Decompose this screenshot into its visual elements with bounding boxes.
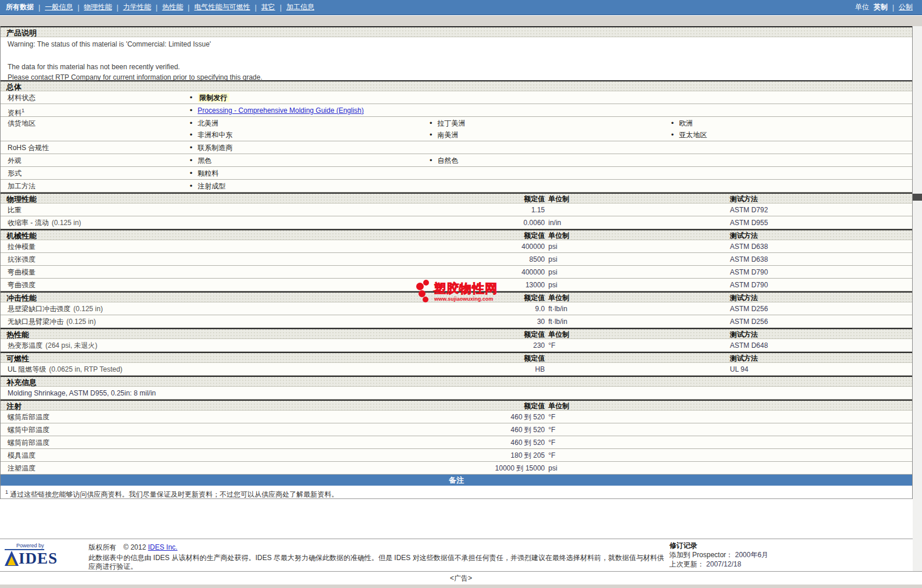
datasheet-table: 产品说明 Warning: The status of this materia… (0, 26, 913, 499)
bullet-item: Processing - Comprehensive Molding Guide… (190, 104, 364, 117)
bullet-item: 颗粒料 (190, 167, 219, 180)
test-method: UL 94 (730, 363, 749, 376)
property-unit: psi (548, 279, 557, 291)
test-method: ASTM D256 (730, 302, 768, 315)
table-row: 弯曲模量 400000 psi ASTM D790 (1, 266, 912, 279)
table-row-resources: 资料1 Processing - Comprehensive Molding G… (1, 104, 912, 117)
revision-record: 修订记录 添加到 Prospector： 2000年6月 上次更新： 2007/… (669, 541, 768, 569)
test-method: ASTM D638 (730, 253, 768, 266)
section-header-mechanical: 机械性能 额定值 单位制 测试方法 (1, 229, 912, 240)
property-label: 比重 (1, 206, 22, 214)
bullet-item: 注射成型 (190, 180, 226, 193)
bottom-strip (0, 585, 922, 588)
bullet-item: 限制发行 (190, 91, 229, 104)
property-label: 螺筒中部温度 (1, 426, 49, 434)
bullet-item: 黑色 (190, 154, 212, 167)
nav-general-info[interactable]: 一般信息 (45, 2, 73, 12)
nav-separator: | (280, 3, 282, 12)
table-row: 抗张强度 8500 psi ASTM D638 (1, 253, 912, 266)
product-warning-block: Warning: The status of this material is … (1, 37, 912, 80)
table-row: 螺筒中部温度 460 到 520 °F (1, 423, 912, 436)
region-item: 北美洲 (190, 117, 219, 130)
table-row-forms: 形式 颗粒料 (1, 167, 912, 180)
top-navbar: 所有数据 | 一般信息 | 物理性能 | 力学性能 | 热性能 | 电气性能与可… (0, 0, 922, 15)
copyright-line: 版权所有 © 2012 IDES Inc. (88, 543, 178, 553)
table-row-material-status: 材料状态 限制发行 (1, 91, 912, 104)
nav-separator: | (38, 3, 40, 12)
nav-separator: | (116, 3, 118, 12)
footer: Powered by IDES 版权所有 © 2012 IDES Inc. 此数… (0, 539, 913, 571)
region-item: 南美洲 (430, 129, 459, 141)
nav-physical[interactable]: 物理性能 (84, 2, 112, 12)
ides-triangle-icon (5, 551, 19, 566)
footnote-marker: 1 (22, 108, 24, 113)
disclaimer-text: 此数据表中的信息由 IDES 从该材料的生产商处获得。IDES 尽最大努力确保此… (88, 554, 671, 571)
property-value: 230 (402, 339, 545, 352)
property-value: 9.0 (402, 302, 545, 315)
property-unit: ft·lb/in (548, 302, 568, 315)
property-label: 无缺口悬臂梁冲击(0.125 in) (1, 318, 96, 326)
test-method: ASTM D648 (730, 339, 768, 352)
revision-title: 修订记录 (669, 541, 768, 550)
ides-inc-link[interactable]: IDES Inc. (148, 543, 178, 551)
table-row-availability: 供货地区 北美洲 拉丁美洲 欧洲 非洲和中东 南美洲 亚太地区 (1, 117, 912, 141)
property-unit: °F (548, 411, 555, 423)
property-unit: psi (548, 240, 557, 253)
property-value: 460 到 520 (402, 436, 545, 449)
molding-guide-link[interactable]: Processing - Comprehensive Molding Guide… (198, 106, 364, 115)
table-row-rohs: RoHS 合规性 联系制造商 (1, 141, 912, 154)
property-value: 8500 (402, 253, 545, 266)
table-row: 模具温度 180 到 205 °F (1, 449, 912, 462)
section-title: 机械性能 (6, 231, 37, 240)
property-condition: (0.0625 in, RTP Tested) (49, 365, 122, 373)
nav-all-data[interactable]: 所有数据 (6, 2, 34, 12)
property-value: 1.15 (402, 204, 545, 216)
nav-other[interactable]: 其它 (261, 2, 275, 12)
table-row: 弯曲强度 13000 psi ASTM D790 (1, 279, 912, 291)
property-value: HB (402, 363, 545, 376)
property-value: 400000 (402, 266, 545, 279)
table-row: 螺筒后部温度 460 到 520 °F (1, 411, 912, 423)
property-unit: °F (548, 339, 555, 352)
section-title: 可燃性 (6, 354, 29, 363)
property-condition: (0.125 in) (52, 219, 81, 227)
property-label: 抗张强度 (1, 255, 36, 263)
section-title: 产品说明 (6, 28, 37, 37)
section-header-physical: 物理性能 额定值 单位制 测试方法 (1, 193, 912, 204)
section-title: 物理性能 (6, 195, 37, 204)
table-row: 拉伸模量 400000 psi ASTM D638 (1, 240, 912, 253)
vertical-scrollbar[interactable] (913, 26, 922, 571)
property-value: 180 到 205 (402, 449, 545, 462)
property-condition: (0.125 in) (66, 318, 96, 326)
property-label: 悬壁梁缺口冲击强度(0.125 in) (1, 305, 103, 313)
test-method: ASTM D638 (730, 240, 768, 253)
table-row: UL 阻燃等级(0.0625 in, RTP Tested) HB UL 94 (1, 363, 912, 376)
region-item: 亚太地区 (671, 129, 707, 141)
nav-separator: | (255, 3, 257, 12)
unit-metric-link[interactable]: 公制 (899, 2, 913, 12)
unit-english-current[interactable]: 英制 (874, 2, 888, 12)
scrollbar-thumb[interactable] (913, 194, 922, 201)
property-value: 460 到 520 (402, 423, 545, 436)
row-label: 形式 (1, 169, 22, 177)
nav-processing-info[interactable]: 加工信息 (286, 2, 314, 12)
property-label: 收缩率 - 流动(0.125 in) (1, 219, 81, 227)
property-value: 13000 (402, 279, 545, 291)
property-label: 模具温度 (1, 451, 36, 459)
section-header-injection: 注射 额定值 单位制 (1, 400, 912, 411)
revision-added: 添加到 Prospector： 2000年6月 (669, 550, 768, 560)
nav-separator: | (188, 3, 190, 12)
nav-thermal[interactable]: 热性能 (162, 2, 183, 12)
ides-logo[interactable]: Powered by IDES (5, 541, 85, 568)
table-row: 无缺口悬臂梁冲击(0.125 in) 30 ft·lb/in ASTM D256 (1, 315, 912, 328)
section-header-general: 总体 (1, 80, 912, 91)
supplemental-text: Molding Shrinkage, ASTM D955, 0.25in: 8 … (1, 389, 156, 397)
nav-electrical-flammability[interactable]: 电气性能与可燃性 (194, 2, 250, 12)
nav-mechanical[interactable]: 力学性能 (123, 2, 151, 12)
test-method: ASTM D256 (730, 315, 768, 328)
section-header-product-notes: 产品说明 (1, 26, 912, 37)
footnote-row: 1 通过这些链接您能够访问供应商资料。我们尽量保证及时更新资料；不过您可以从供应… (1, 486, 912, 499)
property-unit: psi (548, 266, 557, 279)
test-method: ASTM D792 (730, 204, 768, 216)
property-label: 弯曲强度 (1, 281, 36, 289)
